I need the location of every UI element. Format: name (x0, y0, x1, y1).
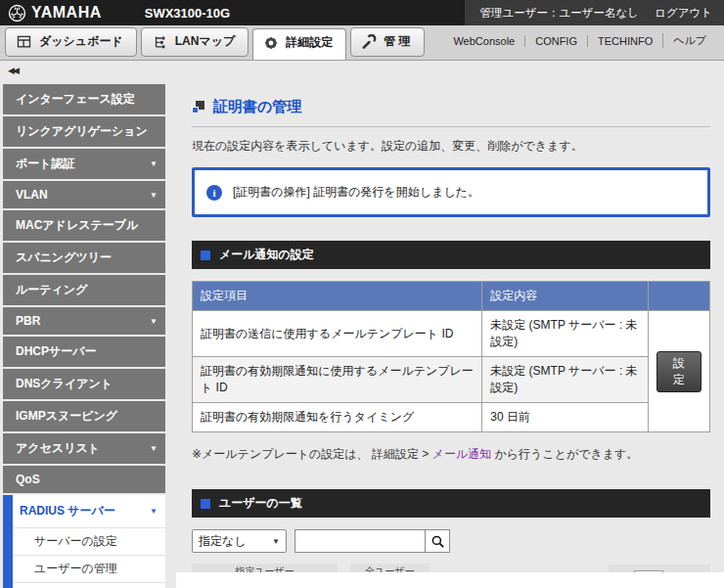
chevron-down-icon: ▼ (150, 159, 158, 168)
sidebar-item-radius-server[interactable]: RADIUS サーバー ▼ (13, 495, 165, 527)
sidebar-item-label: MACアドレステーブル (16, 217, 138, 234)
pagination: ◀ / 1 ▶ (609, 565, 710, 572)
page-body: ◀◀ インターフェース設定 リンクアグリゲーション ポート認証▼ VLAN▼ M… (0, 61, 724, 588)
section-square-icon (201, 250, 210, 260)
sidebar-item-dns-client[interactable]: DNSクライアント (3, 369, 165, 399)
main-content: 証明書の管理 現在の設定内容を表示しています。設定の追加、変更、削除ができます。… (176, 61, 724, 572)
setting-value: 未設定 (SMTP サーバー : 未設定) (482, 357, 648, 403)
lan-map-icon (152, 34, 168, 50)
tab-management[interactable]: 管 理 (350, 27, 424, 57)
tab-lanmap[interactable]: LANマップ (141, 27, 249, 57)
sidebar-item-label: VLAN (16, 188, 48, 202)
mail-settings-table: 設定項目 設定内容 証明書の送信に使用するメールテンプレート ID 未設定 (S… (192, 281, 710, 432)
sidebar-group-radius-server: RADIUS サーバー ▼ サーバーの設定 ユーザーの管理 証明書の管理 (3, 495, 165, 588)
sidebar-item-label: IGMPスヌーピング (16, 408, 117, 425)
sidebar-item-port-auth[interactable]: ポート認証▼ (3, 149, 165, 179)
device-model: SWX3100-10G (145, 6, 230, 21)
tab-label: 詳細設定 (286, 34, 333, 51)
configure-button[interactable]: 設定 (656, 351, 701, 392)
section-header-user-list: ユーザーの一覧 (192, 489, 710, 518)
yamaha-tuning-forks-icon (8, 4, 26, 23)
sidebar-item-pbr[interactable]: PBR▼ (3, 307, 165, 335)
table-row: 証明書の送信に使用するメールテンプレート ID 未設定 (SMTP サーバー :… (193, 311, 710, 357)
toolbar: 指定ユーザー 発行 失効 (192, 564, 710, 572)
top-bar: YAMAHA SWX3100-10G 管理ユーザー：ユーザー名なし ログアウト (0, 0, 724, 25)
search-button[interactable] (426, 529, 450, 553)
sidebar-item-dhcp-server[interactable]: DHCPサーバー (3, 337, 165, 367)
filter-selected-value: 指定なし (199, 533, 247, 550)
sidebar-item-label: インターフェース設定 (16, 91, 135, 108)
tab-dashboard[interactable]: ダッシュボード (5, 27, 137, 57)
filter-row: 指定なし ▼ (192, 529, 710, 553)
tab-links: WebConsole CONFIG TECHINFO ヘルプ (443, 33, 724, 60)
sidebar-collapse-icon[interactable]: ◀◀ (8, 66, 18, 75)
yamaha-logo: YAMAHA (0, 4, 102, 23)
toolbar-group-refresh: 更新 (442, 564, 475, 572)
logout-link[interactable]: ログアウト (655, 6, 712, 21)
sidebar-item-label: PBR (16, 314, 40, 328)
filter-select[interactable]: 指定なし ▼ (192, 529, 287, 553)
sidebar-item-access-list[interactable]: アクセスリスト▼ (3, 433, 165, 464)
sidebar-subitem-server-settings[interactable]: サーバーの設定 (13, 527, 165, 555)
group-label: 指定ユーザー (192, 564, 338, 572)
link-techinfo[interactable]: TECHINFO (587, 35, 662, 47)
chevron-down-icon: ▼ (150, 507, 158, 516)
info-banner: i [証明書の操作] 証明書の発行を開始しました。 (192, 167, 710, 217)
link-help[interactable]: ヘルプ (662, 33, 716, 48)
gear-icon (263, 35, 279, 51)
sidebar-item-label: ポート認証 (16, 156, 75, 172)
sidebar-subitem-user-management[interactable]: ユーザーの管理 (13, 555, 165, 582)
col-header-item: 設定項目 (193, 282, 482, 311)
bottom-spacer (176, 572, 724, 588)
sidebar-item-label: ルーティング (16, 282, 87, 298)
mail-notification-link[interactable]: メール通知 (432, 447, 492, 461)
tab-label: ダッシュボード (39, 33, 123, 50)
section-title: メール通知の設定 (219, 247, 314, 263)
sidebar-item-label: リンクアグリゲーション (16, 123, 148, 140)
sidebar-subitem-certificate-management[interactable]: 証明書の管理 (13, 582, 165, 588)
title-divider (192, 126, 710, 127)
sidebar-subitem-label: サーバーの設定 (34, 534, 117, 548)
col-header-empty (648, 282, 709, 311)
sidebar-item-label: DNSクライアント (16, 376, 113, 392)
section-header-mail-settings: メール通知の設定 (192, 241, 710, 269)
setting-item: 証明書の送信に使用するメールテンプレート ID (193, 311, 482, 357)
section-title: ユーザーの一覧 (219, 495, 302, 512)
sidebar-item-igmp-snooping[interactable]: IGMPスヌーピング (3, 401, 165, 431)
link-config[interactable]: CONFIG (524, 35, 587, 47)
search-icon (430, 534, 445, 549)
tab-bar: ダッシュボード LANマップ 詳細設定 管 理 WebConsole CONFI… (0, 25, 724, 61)
sidebar: インターフェース設定 リンクアグリゲーション ポート認証▼ VLAN▼ MACア… (3, 84, 165, 588)
sidebar-item-qos[interactable]: QoS (3, 466, 165, 493)
table-row: 証明書の有効期限通知を行うタイミング 30 日前 (193, 403, 710, 432)
info-icon: i (206, 185, 222, 201)
chevron-down-icon: ▼ (150, 444, 158, 453)
link-webconsole[interactable]: WebConsole (443, 35, 524, 47)
dashboard-icon (16, 34, 32, 50)
table-row: 証明書の有効期限通知に使用するメールテンプレート ID 未設定 (SMTP サー… (193, 357, 710, 403)
setting-item: 証明書の有効期限通知を行うタイミング (193, 403, 482, 432)
admin-user-label: 管理ユーザー：ユーザー名なし (480, 6, 640, 21)
toolbar-group-all-users: 全ユーザー ダウンロード 送信 (350, 564, 430, 572)
tab-advanced-settings[interactable]: 詳細設定 (252, 28, 346, 60)
note-text: ※メールテンプレートの設定は、 詳細設定 > (192, 447, 432, 461)
sidebar-item-mac-table[interactable]: MACアドレステーブル (3, 210, 165, 241)
sidebar-item-interface[interactable]: インターフェース設定 (3, 84, 165, 114)
sidebar-item-label: RADIUS サーバー (20, 503, 115, 520)
chevron-down-icon: ▼ (150, 317, 158, 326)
sidebar-item-label: スパニングツリー (16, 249, 112, 266)
sidebar-subitem-label: ユーザーの管理 (34, 562, 117, 575)
sidebar-item-vlan[interactable]: VLAN▼ (3, 181, 165, 208)
table-header-row: 設定項目 設定内容 (193, 282, 710, 311)
sidebar-item-label: QoS (16, 473, 40, 486)
setting-value: 未設定 (SMTP サーバー : 未設定) (482, 311, 648, 357)
sidebar-item-routing[interactable]: ルーティング (3, 275, 165, 305)
sidebar-item-link-aggregation[interactable]: リンクアグリゲーション (3, 116, 165, 147)
section-square-icon (201, 499, 210, 509)
chevron-down-icon: ▼ (272, 537, 280, 546)
sidebar-item-label: アクセスリスト (16, 440, 100, 457)
search-input[interactable] (294, 529, 426, 553)
setting-action-cell: 設定 (648, 311, 709, 432)
user-panel: 管理ユーザー：ユーザー名なし ログアウト (465, 0, 724, 25)
sidebar-item-spanning-tree[interactable]: スパニングツリー (3, 243, 165, 273)
